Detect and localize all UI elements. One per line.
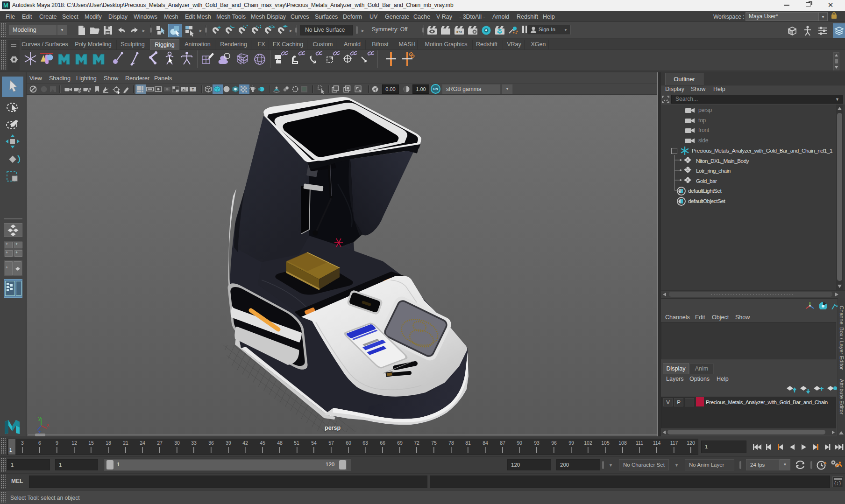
svg-text:42: 42 (242, 440, 248, 446)
svg-text:x: x (47, 422, 50, 427)
svg-text:105: 105 (601, 440, 610, 446)
svg-text:90: 90 (517, 440, 522, 446)
svg-text:27: 27 (157, 440, 163, 446)
svg-text:6: 6 (38, 440, 41, 446)
svg-text:93: 93 (534, 440, 540, 446)
svg-text:IPR: IPR (456, 30, 462, 34)
svg-text:81: 81 (465, 440, 471, 446)
svg-text:9: 9 (56, 440, 58, 446)
svg-text:60: 60 (346, 440, 351, 446)
svg-text:57: 57 (328, 440, 334, 446)
svg-text:87: 87 (500, 440, 505, 446)
svg-text:3: 3 (21, 440, 24, 446)
svg-text:75: 75 (431, 440, 437, 446)
svg-text:15: 15 (88, 440, 94, 446)
svg-text:108: 108 (618, 440, 627, 446)
svg-text:24: 24 (140, 440, 145, 446)
svg-text:96: 96 (551, 440, 557, 446)
svg-text:78: 78 (448, 440, 454, 446)
svg-text:18: 18 (106, 440, 111, 446)
svg-text:51: 51 (294, 440, 299, 446)
svg-text:114: 114 (653, 440, 661, 446)
svg-text:36: 36 (208, 440, 214, 446)
svg-text:69: 69 (397, 440, 403, 446)
svg-text:{;}: {;} (834, 481, 841, 486)
svg-text:12: 12 (71, 440, 77, 446)
svg-text:66: 66 (380, 440, 385, 446)
svg-text:102: 102 (584, 440, 592, 446)
svg-text:39: 39 (226, 440, 231, 446)
svg-text:63: 63 (362, 440, 368, 446)
svg-text:T: T (192, 87, 194, 91)
svg-text:21: 21 (123, 440, 128, 446)
svg-text:30: 30 (174, 440, 180, 446)
svg-text:120: 120 (687, 440, 695, 446)
svg-text:117: 117 (670, 440, 678, 446)
svg-text:33: 33 (191, 440, 197, 446)
svg-text:48: 48 (277, 440, 283, 446)
svg-text:54: 54 (311, 440, 317, 446)
svg-text:99: 99 (568, 440, 574, 446)
svg-text:y: y (38, 415, 41, 421)
svg-text:84: 84 (483, 440, 488, 446)
svg-text:72: 72 (414, 440, 419, 446)
svg-text:111: 111 (636, 440, 643, 446)
svg-text:45: 45 (260, 440, 265, 446)
